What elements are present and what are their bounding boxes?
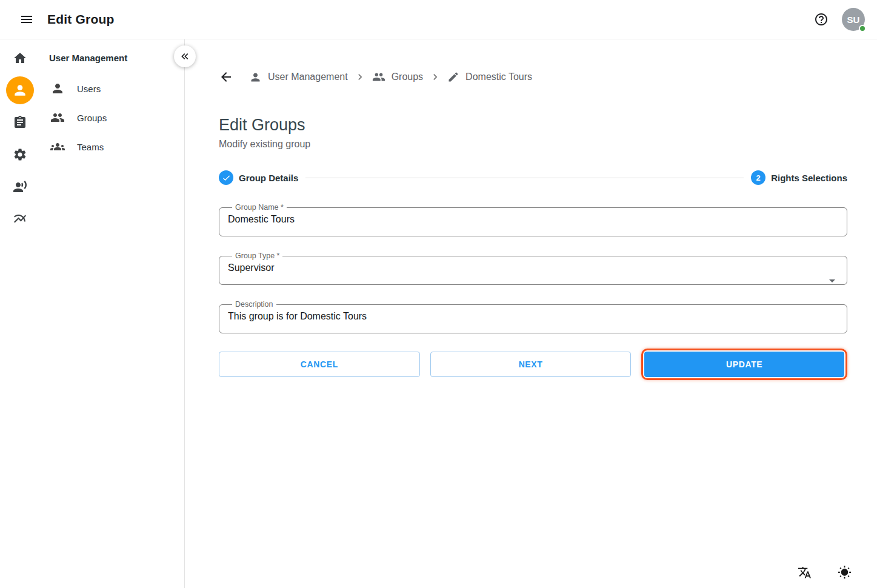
- field-label: Description: [232, 300, 276, 309]
- stepper: Group Details 2 Rights Selections: [219, 170, 847, 185]
- breadcrumb-user-management[interactable]: User Management: [249, 71, 348, 84]
- avatar[interactable]: SU: [842, 8, 865, 31]
- collapse-sidebar-icon: [179, 50, 191, 62]
- breadcrumb-groups[interactable]: Groups: [372, 70, 423, 84]
- tasks-icon[interactable]: [6, 109, 34, 136]
- update-button[interactable]: UPDATE: [644, 352, 844, 377]
- group-type-value: Supervisor: [228, 262, 838, 273]
- step-label: Rights Selections: [771, 173, 847, 183]
- brightness-icon[interactable]: [832, 560, 856, 584]
- sidebar-list: Users Groups Teams: [39, 74, 184, 161]
- menu-icon[interactable]: [15, 7, 39, 32]
- page-header-title: Edit Group: [47, 12, 115, 27]
- collapse-sidebar-button[interactable]: [174, 45, 196, 67]
- settings-icon[interactable]: [6, 141, 34, 169]
- sidebar-item-users[interactable]: Users: [39, 74, 184, 103]
- avatar-initials: SU: [847, 15, 860, 25]
- stepper-connector: [305, 178, 744, 178]
- app-bar: Edit Group SU: [0, 0, 877, 39]
- page-subtitle: Modify existing group: [219, 139, 847, 150]
- app-bar-actions: SU: [809, 7, 865, 32]
- sidebar-item-label: Teams: [77, 142, 104, 152]
- description-field[interactable]: Description This group is for Domestic T…: [219, 300, 847, 333]
- group-name-field[interactable]: Group Name * Domestic Tours: [219, 203, 847, 236]
- floating-utility-icons: [792, 560, 856, 584]
- main-content: User Management Groups Domestic Tours Ed…: [185, 39, 877, 588]
- help-icon[interactable]: [809, 7, 833, 32]
- form-actions: CANCEL NEXT UPDATE: [219, 349, 847, 380]
- breadcrumb-label: User Management: [268, 72, 348, 82]
- teams-icon: [50, 139, 65, 154]
- group-type-select[interactable]: Group Type * Supervisor: [219, 252, 847, 285]
- breadcrumb-label: Domestic Tours: [465, 72, 532, 82]
- sidebar-item-teams[interactable]: Teams: [39, 132, 184, 161]
- step-number: 2: [751, 170, 765, 185]
- breadcrumb-current[interactable]: Domestic Tours: [447, 71, 532, 83]
- cancel-button[interactable]: CANCEL: [219, 352, 420, 377]
- dropdown-arrow-icon[interactable]: [825, 273, 839, 288]
- translate-icon[interactable]: [792, 560, 816, 584]
- back-arrow-icon[interactable]: [214, 65, 238, 89]
- sidebar-header: User Management: [39, 39, 184, 69]
- update-button-highlight: UPDATE: [641, 349, 847, 380]
- next-button[interactable]: NEXT: [430, 352, 632, 377]
- group-name-value: Domestic Tours: [228, 214, 838, 225]
- check-icon: [219, 170, 233, 185]
- edit-group-form: Group Name * Domestic Tours Group Type *…: [219, 203, 847, 333]
- breadcrumb-label: Groups: [392, 72, 423, 82]
- sidebar-item-label: Users: [77, 84, 101, 94]
- step-rights-selections[interactable]: 2 Rights Selections: [751, 170, 847, 185]
- sidebar-panel: User Management Users Groups Teams: [39, 39, 185, 588]
- user-management-icon[interactable]: [6, 76, 34, 104]
- people-icon: [50, 110, 65, 125]
- page-title: Edit Groups: [219, 116, 847, 135]
- step-group-details[interactable]: Group Details: [219, 170, 298, 185]
- analytics-icon[interactable]: [6, 205, 34, 233]
- description-value: This group is for Domestic Tours: [228, 311, 838, 322]
- people-icon: [372, 70, 385, 84]
- online-status-dot: [859, 25, 866, 32]
- icon-rail: [0, 39, 39, 588]
- voice-announcement-icon[interactable]: [6, 173, 34, 201]
- field-label: Group Type *: [232, 252, 282, 260]
- breadcrumb: User Management Groups Domestic Tours: [219, 65, 847, 89]
- chevron-right-icon: [354, 71, 366, 83]
- sidebar-item-label: Groups: [77, 113, 107, 123]
- sidebar-item-groups[interactable]: Groups: [39, 103, 184, 132]
- field-label: Group Name *: [232, 203, 287, 212]
- edit-pencil-icon: [447, 71, 459, 83]
- step-label: Group Details: [239, 173, 298, 183]
- person-icon: [50, 81, 65, 96]
- chevron-right-icon: [429, 71, 441, 83]
- home-icon[interactable]: [6, 44, 34, 72]
- person-icon: [249, 71, 262, 84]
